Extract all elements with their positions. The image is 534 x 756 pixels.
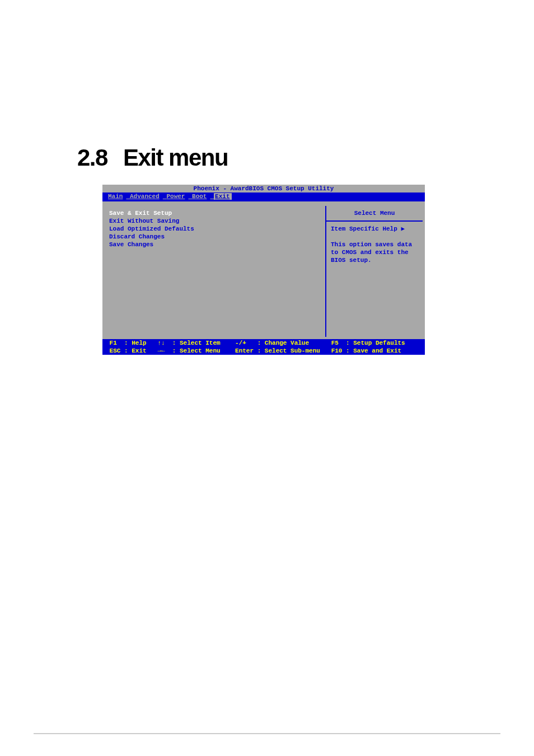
bios-body: Save & Exit Setup Exit Without Saving Lo…: [102, 201, 425, 339]
bios-window: Phoenix - AwardBIOS CMOS Setup Utility M…: [102, 185, 425, 354]
page-footer-divider: [34, 733, 500, 734]
menu-boot[interactable]: Boot: [192, 193, 207, 200]
help-text-line2: to CMOS and exits the: [331, 248, 418, 256]
help-content: Item Specific Help ▶ This option saves d…: [326, 222, 423, 267]
page-heading: 2.8Exit menu: [77, 144, 228, 171]
exit-item-discard[interactable]: Discard Changes: [109, 233, 321, 241]
help-text-line3: BIOS setup.: [331, 256, 418, 264]
exit-item-without-saving[interactable]: Exit Without Saving: [109, 217, 321, 225]
help-label: Item Specific Help ▶: [331, 225, 418, 233]
exit-item-save-changes[interactable]: Save Changes: [109, 241, 321, 248]
select-menu-title: Select Menu: [326, 206, 423, 222]
exit-item-load-defaults[interactable]: Load Optimized Defaults: [109, 225, 321, 233]
bios-right-panel: Select Menu Item Specific Help ▶ This op…: [326, 206, 423, 337]
footer-row-1: F1 : Help ↑↓ : Select Item -/+ : Change …: [106, 339, 421, 347]
footer-row-2: ESC : Exit →← : Select Menu Enter : Sele…: [106, 347, 421, 355]
menu-main[interactable]: Main: [108, 193, 123, 200]
heading-number: 2.8: [77, 144, 107, 171]
bios-menu-bar: Main Advanced Power Boot Exit: [102, 192, 425, 200]
menu-power[interactable]: Power: [166, 193, 185, 200]
bios-left-panel: Save & Exit Setup Exit Without Saving Lo…: [105, 206, 325, 337]
help-text-line1: This option saves data: [331, 241, 418, 248]
menu-advanced[interactable]: Advanced: [130, 193, 160, 200]
bios-title-bar: Phoenix - AwardBIOS CMOS Setup Utility: [102, 185, 425, 192]
menu-exit-active[interactable]: Exit: [214, 193, 232, 200]
bios-footer: F1 : Help ↑↓ : Select Item -/+ : Change …: [102, 339, 425, 355]
exit-item-save-exit[interactable]: Save & Exit Setup: [109, 209, 321, 217]
spacer: [331, 233, 418, 241]
heading-title: Exit menu: [123, 144, 228, 171]
